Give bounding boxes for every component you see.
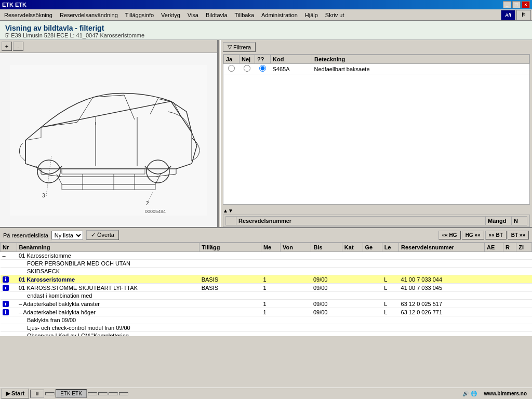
menu-tillbaka[interactable]: Tillbaka (232, 11, 258, 19)
table-row: Baklykta fran 09/00 (1, 316, 532, 324)
cell-le (382, 316, 398, 324)
cell-ge (363, 268, 382, 275)
cell-nr: i (1, 300, 17, 308)
cell-nr (1, 260, 17, 268)
cell-nr: i (1, 284, 17, 292)
cell-tillagg (200, 292, 261, 300)
cell-me (261, 324, 280, 332)
menu-hjalp[interactable]: Hjälp (302, 11, 321, 19)
cell-r (503, 316, 516, 324)
title-bar: ETK ETK _ □ × (0, 0, 532, 9)
cell-ge (363, 308, 382, 316)
title-bar-label: ETK ETK (2, 2, 26, 8)
maximize-button[interactable]: □ (512, 1, 521, 8)
menu-reservdelssökning[interactable]: Reservdelssökning (1, 11, 56, 19)
cell-me (261, 252, 280, 260)
cell-zi (516, 332, 532, 337)
cell-me (261, 268, 280, 275)
menu-reservdelsanvandning[interactable]: Reservdelsanvändning (57, 11, 121, 19)
zoom-in-button[interactable]: + (2, 42, 12, 51)
cell-le: L (382, 300, 398, 308)
nav-bt-next[interactable]: BT »» (508, 231, 529, 240)
cell-zi (516, 284, 532, 292)
th-reservdelsnummer: Reservdelsnummer (399, 243, 485, 252)
cell-benamning: SKIDSAECK (17, 268, 200, 275)
cell-r (503, 284, 516, 292)
scroll-down-icon[interactable]: ▼ (228, 208, 233, 214)
icon-btn-ai[interactable]: A/I (501, 10, 515, 20)
nav-hg-prev[interactable]: «« HG (438, 231, 461, 240)
filter-bar: ▽ Filtrera (221, 40, 532, 54)
table-row: FOER PERSONBILAR MED OCH UTAN (1, 260, 532, 268)
taskbar-item-3[interactable] (88, 392, 97, 395)
menu-tillaggsinfo[interactable]: Tilläggsinfo (122, 11, 157, 19)
nav-hg-next[interactable]: HG »» (462, 231, 484, 240)
minimize-button[interactable]: _ (503, 1, 511, 8)
cell-von (281, 275, 311, 284)
taskbar-item-4[interactable] (98, 392, 108, 395)
icon-btn-flag[interactable]: 🏳 (516, 10, 531, 20)
menu-visa[interactable]: Visa (184, 11, 202, 19)
overta-button[interactable]: ✓ Överta (86, 230, 119, 240)
cell-me (261, 332, 280, 337)
parts-table-area[interactable]: Nr Benämning Tillägg Me Von Bis Kat Ge L… (0, 243, 532, 336)
start-button[interactable]: ▶ Start (1, 389, 29, 398)
cell-me (261, 292, 280, 300)
cell-me (261, 316, 280, 324)
cell-kat (342, 308, 363, 316)
radio-qmark[interactable] (259, 65, 266, 72)
taskbar-item-5[interactable] (109, 392, 118, 395)
cell-bis (311, 316, 342, 324)
cell-r (503, 300, 516, 308)
filter-beteckning: Nedfaellbart baksaete (312, 64, 529, 74)
th-benamning: Benämning (17, 243, 200, 252)
title-bar-controls: _ □ × (503, 1, 530, 8)
taskbar-item-1[interactable]: 🖥 (30, 390, 44, 398)
cell-ae (485, 268, 503, 275)
cell-benamning: – Adapterkabel baklykta vänster (17, 300, 200, 308)
cell-kat (342, 284, 363, 292)
th-tillagg: Tillägg (200, 243, 261, 252)
cell-r (503, 308, 516, 316)
menu-skriv-ut[interactable]: Skriv ut (322, 11, 348, 19)
cell-me: 1 (261, 275, 280, 284)
menu-verktyg[interactable]: Verktyg (158, 11, 183, 19)
nav-bt-prev[interactable]: «« BT (485, 231, 507, 240)
cell-bis (311, 324, 342, 332)
cell-ae (485, 275, 503, 284)
parts-header-area: Reservdelsnummer Mängd N (223, 215, 530, 227)
cell-bis (311, 268, 342, 275)
menu-bildtavla[interactable]: Bildtavla (203, 11, 231, 19)
cell-le (382, 324, 398, 332)
cell-ge (363, 332, 382, 337)
right-panel: ▽ Filtrera Ja Nej ?? Kod Beteckning (221, 40, 532, 227)
cell-nr (1, 316, 17, 324)
parts-tbody: –01 KarosseristommeFOER PERSONBILAR MED … (1, 252, 532, 337)
taskbar-item-2[interactable] (45, 392, 55, 395)
radio-nej[interactable] (244, 65, 250, 72)
cell-reservdel: 41 00 7 033 045 (399, 284, 485, 292)
zoom-out-button[interactable]: - (13, 42, 23, 51)
th-nr: Nr (1, 243, 17, 252)
scroll-up-icon[interactable]: ▲ (223, 208, 228, 214)
cell-von (281, 316, 311, 324)
cell-ge (363, 324, 382, 332)
menu-administration[interactable]: Administration (258, 11, 301, 19)
col-ja: Ja (224, 55, 240, 64)
taskbar-item-6[interactable] (119, 392, 128, 395)
svg-line-5 (46, 156, 51, 196)
cell-von (281, 260, 311, 268)
filter-button[interactable]: ▽ Filtrera (223, 42, 256, 52)
cell-tillagg (200, 268, 261, 275)
radio-ja[interactable] (228, 65, 235, 72)
taskbar-item-etk[interactable]: ETK ETK (56, 389, 87, 398)
menu-bar: Reservdelssökning Reservdelsanvändning T… (0, 9, 532, 21)
cell-ae (485, 300, 503, 308)
info-icon: i (3, 301, 9, 307)
close-button[interactable]: × (522, 1, 530, 8)
filter-table[interactable]: Ja Nej ?? Kod Beteckning S465A Nedfaellb… (223, 54, 530, 205)
cell-reservdel (399, 268, 485, 275)
lista-dropdown[interactable]: Ny lista (51, 231, 83, 240)
cell-ge (363, 300, 382, 308)
cell-ge (363, 275, 382, 284)
